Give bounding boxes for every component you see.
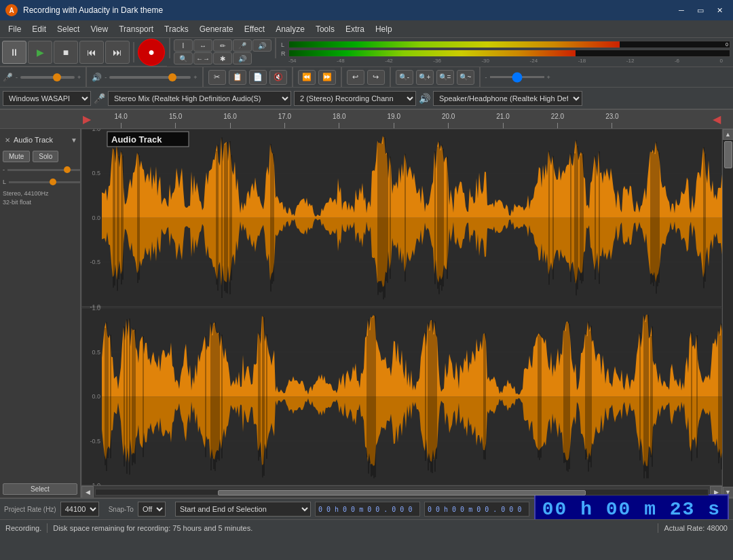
input-device-select[interactable]: Stereo Mix (Realtek High Definition Audi… <box>108 91 291 106</box>
ruler-left-arrow[interactable]: ▶ <box>83 113 91 126</box>
selection-mode-select[interactable]: Start and End of Selection <box>175 502 311 517</box>
play-button[interactable]: ▶ <box>28 41 52 64</box>
tool-speaker[interactable]: 🔊 <box>252 39 271 52</box>
output-device-select[interactable]: Speaker/Headphone (Realtek High Definiti… <box>433 91 582 106</box>
menu-edit[interactable]: Edit <box>26 22 52 37</box>
stop-button[interactable]: ■ <box>54 41 78 64</box>
start-time-input[interactable] <box>315 502 420 517</box>
transport-toolbar: ⏸ ▶ ■ ⏮ ⏭ ● <box>0 38 167 67</box>
tool-mic[interactable]: 🎤 <box>233 39 252 52</box>
h-scroll-track[interactable] <box>95 489 709 496</box>
mute-button[interactable]: Mute <box>3 151 30 162</box>
v-scroll-thumb[interactable] <box>724 141 732 168</box>
ruler-mark: 20.0 <box>421 113 475 128</box>
skip-fwd-small[interactable]: ⏩ <box>318 70 336 85</box>
menu-generate[interactable]: Generate <box>194 22 239 37</box>
big-time: 00 h 00 m 23 s <box>542 499 721 520</box>
window-title: Recording with Audacity in Dark theme <box>23 5 673 15</box>
h-scroll-thumb[interactable] <box>218 490 585 496</box>
redo-button[interactable]: ↪ <box>367 70 385 85</box>
project-rate-select[interactable]: 44100 <box>60 502 99 517</box>
zoom-sel-button[interactable]: 🔍~ <box>457 70 474 85</box>
end-time-input[interactable] <box>424 502 529 517</box>
channels-select[interactable]: 2 (Stereo) Recording Chann <box>294 91 416 106</box>
skip-back-button[interactable]: ⏮ <box>79 41 104 64</box>
tracks-waveforms: ◀ ▶ <box>81 129 722 498</box>
sep5 <box>390 67 391 88</box>
tool-envelope[interactable]: ↔ <box>193 39 212 52</box>
menu-tracks[interactable]: Tracks <box>159 22 194 37</box>
ruler-right-arrow[interactable]: ◀ <box>713 113 721 126</box>
tool-draw[interactable]: ✏ <box>213 39 232 52</box>
scroll-up-button[interactable]: ▲ <box>723 129 734 140</box>
pan-left-label: L <box>3 179 6 185</box>
app-icon: A <box>5 4 18 16</box>
pause-button[interactable]: ⏸ <box>2 41 26 64</box>
api-select[interactable]: Windows WASAPI <box>3 91 91 106</box>
gain-max: + <box>77 74 81 81</box>
title-bar: A Recording with Audacity in Dark theme … <box>0 0 733 20</box>
silence-button[interactable]: 🔇 <box>269 70 287 85</box>
zoom-slider[interactable] <box>490 76 544 78</box>
skip-back-small[interactable]: ⏪ <box>298 70 316 85</box>
cut-button[interactable]: ✂ <box>208 70 226 85</box>
minimize-button[interactable]: ─ <box>673 4 690 16</box>
track-pan-control: L R <box>0 176 80 188</box>
skip-forward-button[interactable]: ⏭ <box>105 41 130 64</box>
zoom-fit-button[interactable]: 🔍= <box>436 70 454 85</box>
ruler-mark: 14.0 <box>94 113 148 128</box>
snap-to-select[interactable]: Off <box>138 502 166 517</box>
menu-tools[interactable]: Tools <box>310 22 340 37</box>
tool-select[interactable]: I <box>174 39 193 52</box>
bottom-area: Project Rate (Hz) 44100 Snap-To Off Star… <box>0 498 733 560</box>
track-menu-button[interactable]: ▼ <box>71 136 77 144</box>
sep3 <box>292 67 293 88</box>
speaker-icon: 🔊 <box>92 73 102 82</box>
track-select-button[interactable]: Select <box>3 483 77 495</box>
track-close-button[interactable]: ✕ <box>3 136 12 145</box>
menu-bar: File Edit Select View Transport Tracks G… <box>0 20 733 38</box>
track-info: Stereo, 44100Hz 32-bit float <box>0 188 80 208</box>
tool-multi[interactable]: ✱ <box>213 52 232 64</box>
output-max: + <box>193 74 197 81</box>
menu-file[interactable]: File <box>3 22 26 37</box>
zoom-in-button[interactable]: 🔍+ <box>416 70 434 85</box>
vertical-scrollbar: ▲ ▼ <box>722 129 733 498</box>
tool-pan[interactable]: ←→ <box>193 52 212 64</box>
menu-select[interactable]: Select <box>52 22 85 37</box>
waveform-canvas[interactable] <box>81 129 722 485</box>
scroll-left-button[interactable]: ◀ <box>81 486 94 498</box>
rate-snap-row: Project Rate (Hz) 44100 Snap-To Off Star… <box>0 499 733 519</box>
timeline-ruler: ▶ ◀ 14.0 15.0 16.0 17.0 18.0 19.0 20.0 2… <box>0 110 733 129</box>
menu-effect[interactable]: Effect <box>239 22 270 37</box>
status-divider-2 <box>658 523 658 533</box>
menu-analyze[interactable]: Analyze <box>270 22 310 37</box>
actual-rate-status: Actual Rate: 48000 <box>664 524 728 532</box>
content-area: ✕ Audio Track ▼ Mute Solo - + L R Stereo… <box>0 129 733 498</box>
menu-transport[interactable]: Transport <box>113 22 159 37</box>
speaker-device-icon: 🔊 <box>419 93 430 104</box>
record-button[interactable]: ● <box>138 39 165 66</box>
zoom-out-button[interactable]: 🔍- <box>396 70 413 85</box>
maximize-button[interactable]: ▭ <box>692 4 709 16</box>
tool-zoom[interactable]: 🔍 <box>174 52 193 64</box>
track-gain-control: - + <box>0 164 80 176</box>
snap-to-label: Snap-To <box>109 506 134 513</box>
toolbar-area: ⏸ ▶ ■ ⏮ ⏭ ● I ↔ ✏ 🎤 🔊 🔍 <box>0 38 733 110</box>
copy-button[interactable]: 📋 <box>229 70 246 85</box>
input-gain-slider[interactable] <box>20 76 75 79</box>
mic-device-icon: 🎤 <box>94 93 105 104</box>
undo-button[interactable]: ↩ <box>347 70 364 85</box>
close-button[interactable]: ✕ <box>711 4 728 16</box>
ruler-mark: 21.0 <box>476 113 530 128</box>
tool-volume[interactable]: 🔊 <box>233 52 252 64</box>
paste-button[interactable]: 📄 <box>249 70 267 85</box>
menu-view[interactable]: View <box>85 22 113 37</box>
menu-extra[interactable]: Extra <box>340 22 370 37</box>
output-gain-slider[interactable] <box>109 76 191 79</box>
v-scroll-track[interactable] <box>723 140 734 487</box>
waveform-display <box>81 129 722 485</box>
sep6 <box>479 67 481 88</box>
solo-button[interactable]: Solo <box>33 151 58 162</box>
menu-help[interactable]: Help <box>370 22 398 37</box>
